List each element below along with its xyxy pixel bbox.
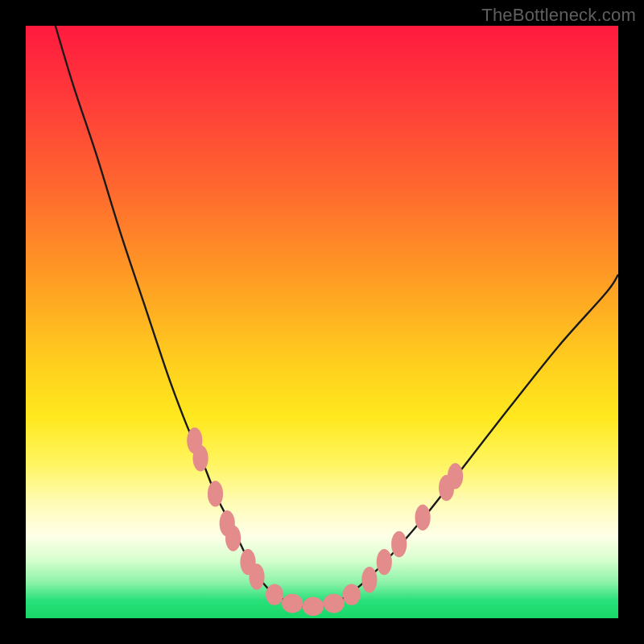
chart-svg	[26, 26, 618, 618]
curve-markers	[187, 427, 463, 616]
curve-marker	[324, 594, 345, 613]
watermark-text: TheBottleneck.com	[481, 5, 636, 26]
curve-marker	[377, 549, 392, 575]
curve-marker	[266, 584, 283, 605]
curve-marker	[343, 584, 361, 605]
curve-marker	[415, 505, 431, 530]
curve-marker	[249, 564, 264, 589]
curve-marker	[208, 481, 223, 506]
curve-marker	[361, 567, 377, 592]
curve-marker	[282, 594, 303, 613]
curve-marker	[448, 463, 463, 489]
plot-area	[26, 26, 618, 618]
curve-marker	[391, 531, 407, 557]
curve-marker	[193, 445, 208, 471]
curve-marker	[225, 525, 241, 551]
bottleneck-curve	[56, 26, 618, 607]
chart-frame: TheBottleneck.com	[0, 0, 644, 644]
curve-marker	[303, 597, 324, 617]
